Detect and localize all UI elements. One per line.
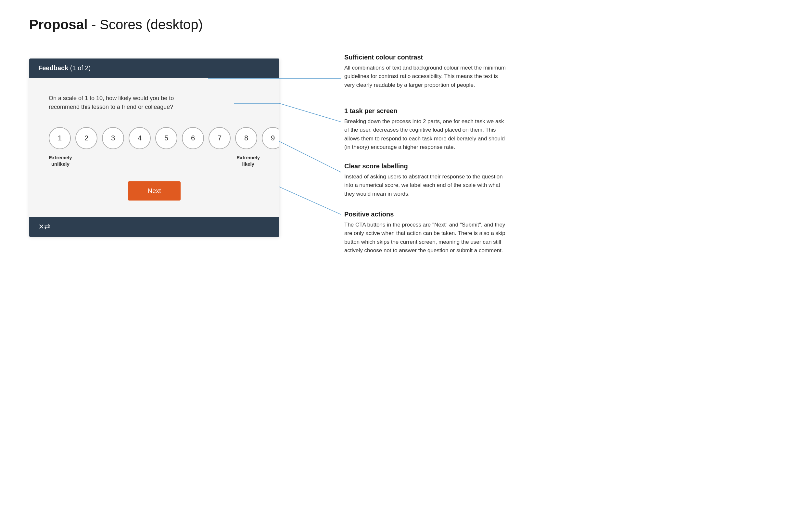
- page-title: Proposal - Scores (desktop): [29, 17, 203, 32]
- score-1[interactable]: 1: [49, 127, 71, 149]
- card-header-rest: (1 of 2): [68, 64, 91, 72]
- annotation-score-labelling: Clear score labelling Instead of asking …: [344, 162, 507, 198]
- annotation-positive-actions: Positive actions The CTA buttons in the …: [344, 211, 507, 255]
- card-body: On a scale of 1 to 10, how likely would …: [29, 78, 279, 217]
- annotation-positive-actions-title: Positive actions: [344, 211, 507, 218]
- card-footer: ✕⇄: [29, 217, 279, 237]
- annotation-score-labelling-desc: Instead of asking users to abstract thei…: [344, 173, 507, 198]
- card-header-bold: Feedback: [38, 64, 68, 72]
- score-8[interactable]: 8: [235, 127, 257, 149]
- score-7[interactable]: 7: [208, 127, 231, 149]
- card-header: Feedback (1 of 2): [29, 58, 279, 78]
- score-3[interactable]: 3: [102, 127, 124, 149]
- score-2[interactable]: 2: [75, 127, 97, 149]
- annotation-colour-contrast: Sufficient colour contrast All combinati…: [344, 54, 507, 89]
- annotation-score-labelling-title: Clear score labelling: [344, 162, 507, 170]
- annotation-colour-contrast-title: Sufficient colour contrast: [344, 54, 507, 61]
- next-button[interactable]: Next: [128, 181, 180, 201]
- svg-line-5: [279, 187, 341, 214]
- question-text: On a scale of 1 to 10, how likely would …: [49, 94, 198, 111]
- annotation-task-per-screen-desc: Breaking down the process into 2 parts, …: [344, 117, 507, 152]
- label-extremely-likely: Extremelylikely: [236, 154, 260, 167]
- page-title-bold: Proposal: [29, 17, 88, 32]
- annotation-task-per-screen: 1 task per screen Breaking down the proc…: [344, 107, 507, 152]
- score-labels: Extremelyunlikely Extremelylikely: [49, 154, 260, 167]
- svg-line-4: [279, 141, 341, 172]
- svg-line-3: [279, 103, 341, 122]
- score-4[interactable]: 4: [129, 127, 151, 149]
- score-9[interactable]: 9: [262, 127, 279, 149]
- score-row: 1 2 3 4 5 6 7 8 9 10: [49, 127, 260, 149]
- score-5[interactable]: 5: [155, 127, 177, 149]
- score-6[interactable]: 6: [182, 127, 204, 149]
- feedback-card: Feedback (1 of 2) On a scale of 1 to 10,…: [29, 58, 279, 237]
- annotation-colour-contrast-desc: All combinations of text and background …: [344, 64, 507, 89]
- annotation-positive-actions-desc: The CTA buttons in the process are "Next…: [344, 221, 507, 255]
- skip-icon[interactable]: ✕⇄: [38, 223, 50, 231]
- annotation-task-per-screen-title: 1 task per screen: [344, 107, 507, 115]
- label-extremely-unlikely: Extremelyunlikely: [49, 154, 72, 167]
- page-title-rest: - Scores (desktop): [88, 17, 203, 32]
